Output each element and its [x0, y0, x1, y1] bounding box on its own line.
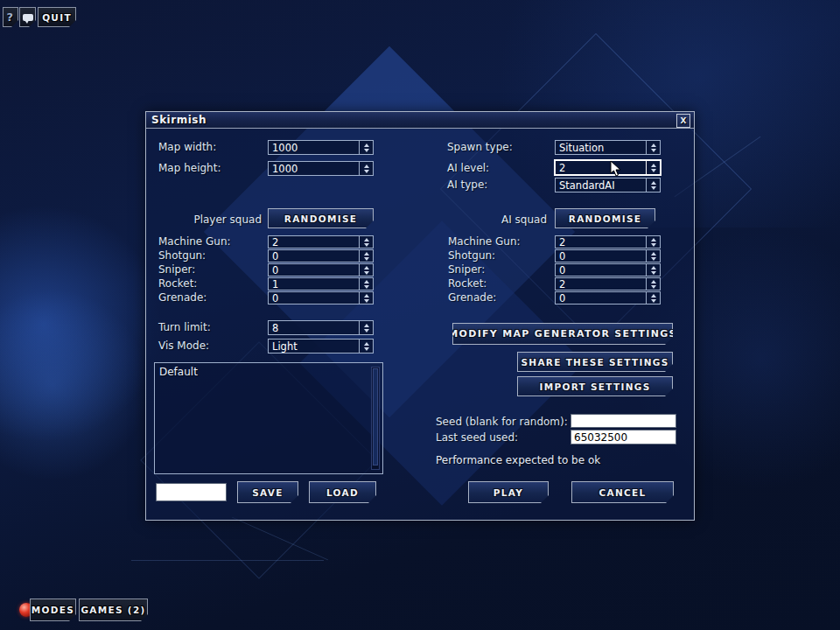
ai-grenade-field[interactable]: 0 — [555, 291, 661, 304]
spinner-up-icon[interactable] — [651, 144, 656, 147]
spawn-type-label: Spawn type: — [447, 141, 513, 153]
player-sniper-field[interactable]: 0 — [268, 263, 374, 276]
spinner-up-icon[interactable] — [364, 294, 369, 298]
spinner-down-icon[interactable] — [364, 243, 369, 247]
spinner-up-icon[interactable] — [651, 181, 656, 185]
spinner-buttons[interactable] — [646, 264, 660, 276]
ai-level-field[interactable]: 2 — [554, 159, 662, 176]
spinner-buttons[interactable] — [359, 321, 373, 334]
load-button[interactable]: LOAD — [309, 481, 376, 503]
ai-machine-gun-field[interactable]: 2 — [555, 235, 661, 248]
spinner-down-icon[interactable] — [364, 299, 369, 303]
map-width-field[interactable]: 1000 — [268, 140, 374, 155]
cancel-button[interactable]: CANCEL — [571, 481, 674, 503]
help-button[interactable]: ? — [3, 7, 18, 27]
ai-randomise-button[interactable]: RANDOMISE — [555, 208, 655, 228]
mouse-cursor — [610, 160, 622, 178]
spinner-up-icon[interactable] — [364, 238, 369, 242]
spinner-down-icon[interactable] — [651, 271, 656, 275]
seed-input[interactable] — [570, 414, 676, 428]
share-settings-button[interactable]: SHARE THESE SETTINGS — [517, 352, 673, 372]
quit-button[interactable]: QUIT — [38, 7, 76, 27]
save-name-input[interactable] — [156, 483, 227, 501]
spinner-down-icon[interactable] — [364, 271, 369, 275]
spinner-down-icon[interactable] — [651, 285, 656, 289]
spinner-down-icon[interactable] — [364, 257, 369, 261]
preset-listbox[interactable]: Default — [154, 362, 383, 474]
weapon-label: Machine Gun: — [448, 235, 521, 248]
spinner-buttons[interactable] — [646, 161, 660, 174]
vis-mode-field[interactable]: Light — [268, 339, 374, 354]
player-rocket-field[interactable]: 1 — [268, 277, 374, 290]
import-settings-button[interactable]: IMPORT SETTINGS — [517, 376, 673, 396]
spinner-up-icon[interactable] — [364, 280, 369, 284]
spinner-buttons[interactable] — [646, 292, 660, 304]
ai-rocket-field[interactable]: 2 — [555, 277, 661, 290]
spinner-down-icon[interactable] — [364, 329, 369, 332]
weapon-label: Rocket: — [448, 277, 486, 290]
save-button-label: SAVE — [252, 487, 283, 498]
spinner-up-icon[interactable] — [364, 266, 369, 270]
player-shotgun-field[interactable]: 0 — [268, 249, 374, 262]
spinner-buttons[interactable] — [359, 278, 373, 290]
play-button[interactable]: PLAY — [468, 481, 549, 503]
turn-limit-field[interactable]: 8 — [268, 320, 374, 335]
spinner-buttons[interactable] — [646, 278, 660, 290]
spinner-buttons[interactable] — [359, 162, 373, 175]
spinner-up-icon[interactable] — [651, 266, 656, 270]
spinner-down-icon[interactable] — [651, 149, 656, 152]
field-value: 0 — [556, 250, 646, 262]
spinner-up-icon[interactable] — [364, 342, 369, 346]
list-item[interactable]: Default — [159, 366, 198, 378]
spinner-down-icon[interactable] — [364, 347, 369, 351]
spinner-up-icon[interactable] — [651, 280, 656, 284]
scrollbar-thumb[interactable] — [373, 368, 378, 466]
ai-type-field[interactable]: StandardAI — [555, 178, 661, 192]
player-randomise-button[interactable]: RANDOMISE — [268, 208, 374, 228]
load-button-label: LOAD — [326, 487, 359, 498]
last-seed-input[interactable] — [570, 430, 676, 444]
ai-sniper-field[interactable]: 0 — [555, 263, 661, 276]
spinner-buttons[interactable] — [359, 264, 373, 276]
games-button[interactable]: GAMES (2) — [79, 598, 148, 621]
spinner-buttons[interactable] — [359, 236, 373, 248]
map-height-field[interactable]: 1000 — [268, 161, 374, 176]
spinner-buttons[interactable] — [359, 250, 373, 262]
spinner-up-icon[interactable] — [651, 164, 656, 167]
spinner-buttons[interactable] — [646, 236, 660, 248]
player-grenade-field[interactable]: 0 — [268, 291, 374, 304]
dialog-titlebar[interactable]: Skirmish — [146, 112, 694, 129]
spinner-down-icon[interactable] — [651, 169, 656, 172]
modify-map-generator-button[interactable]: MODIFY MAP GENERATOR SETTINGS — [452, 323, 673, 345]
spinner-buttons[interactable] — [359, 141, 373, 154]
spinner-up-icon[interactable] — [364, 164, 369, 168]
save-button[interactable]: SAVE — [237, 481, 298, 503]
spinner-up-icon[interactable] — [364, 144, 369, 147]
ai-shotgun-field[interactable]: 0 — [555, 249, 661, 262]
spinner-buttons[interactable] — [359, 292, 373, 304]
spinner-down-icon[interactable] — [651, 257, 656, 261]
field-value: 2 — [556, 161, 646, 174]
spinner-buttons[interactable] — [646, 178, 660, 192]
spinner-down-icon[interactable] — [651, 299, 656, 303]
modes-button[interactable]: MODES — [30, 598, 76, 621]
chat-button[interactable] — [19, 7, 36, 27]
spinner-up-icon[interactable] — [651, 252, 656, 256]
listbox-scrollbar[interactable] — [371, 367, 380, 470]
spinner-down-icon[interactable] — [364, 285, 369, 289]
spinner-down-icon[interactable] — [651, 243, 656, 247]
close-button[interactable]: X — [676, 114, 690, 128]
spinner-down-icon[interactable] — [364, 170, 369, 173]
spinner-down-icon[interactable] — [651, 186, 656, 190]
spinner-down-icon[interactable] — [364, 149, 369, 152]
spinner-buttons[interactable] — [359, 340, 373, 353]
question-icon: ? — [7, 10, 15, 24]
spawn-type-field[interactable]: Situation — [555, 140, 661, 155]
spinner-buttons[interactable] — [646, 141, 660, 154]
spinner-up-icon[interactable] — [364, 324, 369, 327]
spinner-up-icon[interactable] — [651, 294, 656, 298]
spinner-buttons[interactable] — [646, 250, 660, 262]
spinner-up-icon[interactable] — [364, 252, 369, 256]
player-machine-gun-field[interactable]: 2 — [268, 235, 374, 248]
spinner-up-icon[interactable] — [651, 238, 656, 242]
